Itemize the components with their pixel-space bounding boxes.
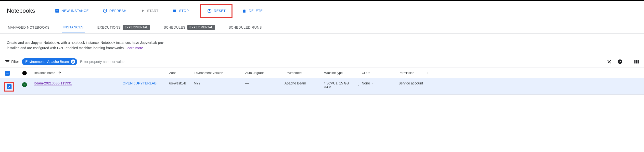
col-auto-upgrade[interactable]: Auto-upgrade xyxy=(245,71,284,75)
svg-text:?: ? xyxy=(619,60,621,63)
stop-icon xyxy=(172,8,177,13)
col-zone[interactable]: Zone xyxy=(169,71,194,75)
new-instance-label: NEW INSTANCE xyxy=(62,9,89,13)
help-icon[interactable]: ? xyxy=(617,59,623,64)
delete-button[interactable]: DELETE xyxy=(239,7,265,15)
open-jupyterlab-link[interactable]: OPEN JUPYTERLAB xyxy=(122,81,156,85)
filter-right-tools: ? xyxy=(606,58,639,65)
instance-name-link[interactable]: beam-20210630-113931 xyxy=(34,81,72,85)
tab-scheduled-runs[interactable]: SCHEDULED RUNS xyxy=(228,23,263,33)
tab-executions[interactable]: EXECUTIONS EXPERIMENTAL xyxy=(96,22,151,33)
refresh-label: REFRESH xyxy=(110,9,126,13)
filter-label-text: Filter xyxy=(11,60,19,64)
row-machine-type-dropdown[interactable]: 4 vCPUs, 15 GB RAM xyxy=(324,81,360,89)
svg-rect-1 xyxy=(174,9,176,12)
trash-icon xyxy=(242,8,247,13)
svg-rect-5 xyxy=(634,60,636,63)
reset-highlight: RESET xyxy=(200,4,233,18)
col-permission[interactable]: Permission xyxy=(398,71,427,75)
divider xyxy=(628,58,628,65)
intro-text: Create and use Jupyter Notebooks with a … xyxy=(0,33,172,56)
table-row[interactable]: beam-20210630-113931 OPEN JUPYTERLAB us-… xyxy=(0,78,644,95)
page-title: Notebooks xyxy=(7,7,35,14)
start-button[interactable]: START xyxy=(138,7,161,15)
tab-executions-label: EXECUTIONS xyxy=(97,25,121,29)
tab-schedules-label: SCHEDULES xyxy=(164,25,186,29)
filter-input[interactable] xyxy=(80,60,604,64)
columns-icon[interactable] xyxy=(634,59,639,64)
delete-label: DELETE xyxy=(249,9,263,13)
status-column-icon xyxy=(22,71,27,75)
filter-label-group: Filter xyxy=(5,59,19,64)
row-auto-upgrade: — xyxy=(245,81,284,85)
header: Notebooks NEW INSTANCE REFRESH START STO… xyxy=(0,1,644,22)
caret-down-icon xyxy=(357,84,360,87)
filter-chip[interactable]: Environment : Apache Beam xyxy=(22,58,77,65)
col-instance-name[interactable]: Instance name xyxy=(34,71,122,75)
tab-instances[interactable]: INSTANCES xyxy=(62,23,84,33)
row-env-version: M72 xyxy=(194,81,245,85)
table-header: Instance name Zone Environment Version A… xyxy=(0,68,644,78)
tabs: MANAGED NOTEBOOKS INSTANCES EXECUTIONS E… xyxy=(0,22,644,33)
row-checkbox[interactable] xyxy=(6,84,12,89)
add-box-icon xyxy=(55,8,60,13)
svg-rect-8 xyxy=(6,73,8,73)
filter-bar: Filter Environment : Apache Beam ? xyxy=(0,56,644,68)
col-labels-cutoff: L xyxy=(427,71,462,75)
refresh-icon xyxy=(102,8,108,13)
learn-more-link[interactable]: Learn more xyxy=(126,46,143,50)
row-gpus-label: None xyxy=(362,81,370,85)
row-machine-type-label: 4 vCPUs, 15 GB RAM xyxy=(324,81,356,89)
filter-chip-text: Environment : Apache Beam xyxy=(25,60,69,64)
arrow-up-icon xyxy=(58,71,62,75)
svg-rect-6 xyxy=(636,60,637,63)
reset-button[interactable]: RESET xyxy=(204,7,228,15)
col-gpus[interactable]: GPUs xyxy=(362,71,398,75)
clear-filter-icon[interactable] xyxy=(606,59,612,64)
stop-button[interactable]: STOP xyxy=(170,7,191,15)
col-env-version[interactable]: Environment Version xyxy=(194,71,245,75)
play-icon xyxy=(140,8,145,13)
row-zone: us-west1-b xyxy=(169,81,194,85)
tab-schedules[interactable]: SCHEDULES EXPERIMENTAL xyxy=(162,22,216,33)
stop-label: STOP xyxy=(179,9,188,13)
row-gpus-dropdown[interactable]: None xyxy=(362,81,374,85)
new-instance-button[interactable]: NEW INSTANCE xyxy=(52,7,91,15)
row-permission: Service account xyxy=(398,81,427,85)
experimental-badge: EXPERIMENTAL xyxy=(187,25,214,30)
svg-rect-7 xyxy=(638,60,639,63)
caret-down-icon xyxy=(371,82,374,85)
col-machine-type[interactable]: Machine type xyxy=(324,71,362,75)
start-label: START xyxy=(147,9,159,13)
status-running-icon xyxy=(22,82,27,87)
filter-icon xyxy=(5,59,10,64)
reset-label: RESET xyxy=(214,9,226,13)
select-all-checkbox[interactable] xyxy=(5,71,10,76)
tab-managed-notebooks[interactable]: MANAGED NOTEBOOKS xyxy=(7,23,50,33)
power-icon xyxy=(207,8,212,13)
row-checkbox-highlight xyxy=(4,82,14,92)
experimental-badge: EXPERIMENTAL xyxy=(122,25,150,30)
col-instance-name-label: Instance name xyxy=(34,71,55,75)
filter-chip-remove-icon[interactable] xyxy=(71,59,75,64)
col-environment[interactable]: Environment xyxy=(284,71,324,75)
row-environment: Apache Beam xyxy=(284,81,324,85)
refresh-button[interactable]: REFRESH xyxy=(100,7,129,15)
